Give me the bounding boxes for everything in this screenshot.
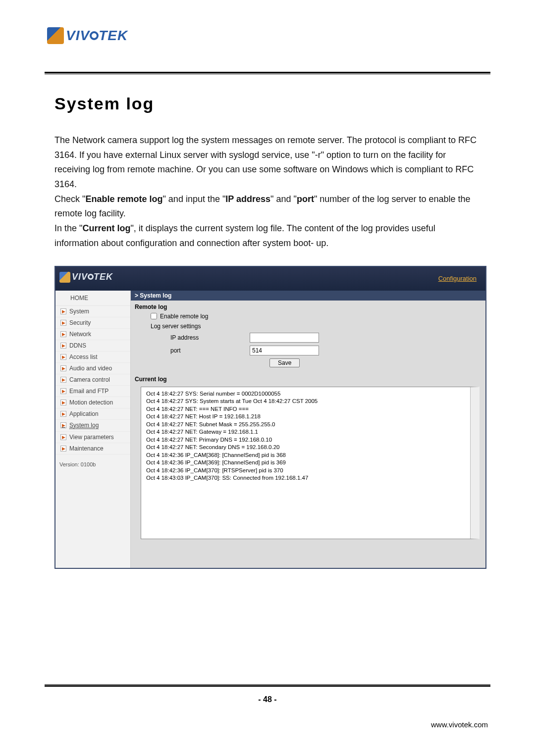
logo-mark-icon [47, 27, 64, 44]
paragraph-2: Check "Enable remote log" and input the … [54, 192, 481, 221]
log-line: Oct 4 18:42:27 NET: Host IP = 192.168.1.… [146, 413, 466, 421]
remote-log-heading: Remote log [131, 301, 485, 311]
sidebar-item-camera-control[interactable]: ▶Camera control [55, 374, 130, 386]
enable-remote-row: Enable remote log [151, 311, 485, 321]
ip-address-row: IP address [151, 331, 485, 344]
ip-address-input[interactable] [250, 333, 319, 343]
sidebar-item-label: Network [69, 331, 91, 338]
log-line: Oct 4 18:42:27 NET: Gateway = 192.168.1.… [146, 428, 466, 436]
arrow-icon: ▶ [60, 446, 66, 452]
arrow-icon: ▶ [60, 434, 66, 440]
inner-logo-mark-icon [59, 272, 70, 283]
log-server-settings-label: Log server settings [151, 323, 201, 330]
sidebar-item-label: Audio and video [69, 365, 112, 372]
arrow-icon: ▶ [60, 377, 66, 383]
top-rule [45, 72, 490, 74]
p3-a: In the " [54, 223, 82, 233]
port-row: port [151, 344, 485, 357]
main-panel: > System log Remote log Enable remote lo… [131, 291, 485, 568]
sidebar-item-maintenance[interactable]: ▶Maintenance [55, 443, 130, 454]
page-logo: VIVTEK [47, 27, 128, 44]
log-line: Oct 4 18:42:27 NET: Subnet Mask = 255.25… [146, 421, 466, 429]
log-textarea[interactable]: Oct 4 18:42:27 SYS: Serial number = 0002… [141, 387, 480, 539]
arrow-icon: ▶ [60, 354, 66, 360]
sidebar-item-ddns[interactable]: ▶DDNS [55, 340, 130, 352]
sidebar-version: Version: 0100b [55, 454, 130, 467]
arrow-icon: ▶ [60, 343, 66, 349]
log-line: Oct 4 18:43:03 IP_CAM[370]: SS: Connecte… [146, 474, 466, 482]
port-label: port [151, 347, 250, 354]
sidebar-item-label: Motion detection [69, 399, 113, 406]
section-title: > System log [131, 291, 485, 301]
sidebar-item-label: System [69, 308, 89, 315]
page-number: - 48 - [0, 695, 535, 704]
arrow-icon: ▶ [60, 422, 66, 428]
sidebar-item-network[interactable]: ▶Network [55, 329, 130, 340]
page-heading: System log [54, 94, 481, 113]
arrow-icon: ▶ [60, 320, 66, 326]
bottom-rule [45, 684, 490, 687]
configuration-link[interactable]: Configuration [438, 275, 477, 282]
paragraph-1: The Network camera support log the syste… [54, 133, 481, 192]
sidebar-item-access-list[interactable]: ▶Access list [55, 352, 130, 363]
log-line: Oct 4 18:42:27 SYS: System starts at Tue… [146, 398, 466, 405]
port-input[interactable] [250, 346, 319, 355]
p2-a: Check " [54, 194, 85, 204]
log-line: Oct 4 18:42:27 SYS: Serial number = 0002… [146, 390, 466, 398]
log-line: Oct 4 18:42:36 IP_CAM[369]: [ChannelSend… [146, 459, 466, 467]
arrow-icon: ▶ [60, 308, 66, 314]
sidebar-item-label: System log [69, 422, 99, 429]
inner-logo-text: VIVTEK [72, 272, 113, 282]
sidebar-item-label: DDNS [69, 342, 86, 349]
sidebar-item-label: Email and FTP [69, 388, 108, 395]
sidebar-item-label: Security [69, 319, 91, 326]
sidebar-item-audio-video[interactable]: ▶Audio and video [55, 363, 130, 374]
log-server-settings-row: Log server settings [151, 321, 485, 331]
arrow-icon: ▶ [60, 331, 66, 337]
sidebar-item-system-log[interactable]: ▶System log [55, 420, 130, 432]
inner-logo: VIVTEK [59, 272, 113, 283]
shot-header: VIVTEK Configuration [55, 267, 485, 291]
log-line: Oct 4 18:42:27 NET: Secondary DNS = 192.… [146, 444, 466, 452]
enable-remote-checkbox[interactable] [151, 313, 157, 319]
sidebar-item-label: Access list [69, 353, 98, 360]
log-line: Oct 4 18:42:36 IP_CAM[368]: [ChannelSend… [146, 452, 466, 459]
p3-bold1: Current log [82, 223, 130, 233]
sidebar-item-application[interactable]: ▶Application [55, 408, 130, 420]
p2-c: " and " [270, 194, 297, 204]
arrow-icon: ▶ [60, 365, 66, 371]
save-button[interactable]: Save [269, 358, 300, 367]
footer-url: www.vivotek.com [431, 720, 488, 729]
sidebar-item-label: Camera control [69, 376, 110, 383]
config-screenshot: VIVTEK Configuration HOME ▶System ▶Secur… [54, 266, 486, 569]
enable-remote-label: Enable remote log [160, 313, 208, 320]
sidebar-item-email-ftp[interactable]: ▶Email and FTP [55, 386, 130, 397]
arrow-icon: ▶ [60, 388, 66, 394]
arrow-icon: ▶ [60, 411, 66, 417]
sidebar-home[interactable]: HOME [55, 291, 130, 306]
sidebar-item-view-parameters[interactable]: ▶View parameters [55, 432, 130, 443]
save-row: Save [151, 357, 485, 369]
arrow-icon: ▶ [60, 400, 66, 405]
logo-text: VIVTEK [66, 28, 128, 44]
sidebar-item-label: Maintenance [69, 445, 104, 452]
p2-bold1: Enable remote log [85, 194, 162, 204]
sidebar-item-security[interactable]: ▶Security [55, 317, 130, 329]
p2-bold3: port [297, 194, 314, 204]
log-line: Oct 4 18:42:36 IP_CAM[370]: [RTSPServer]… [146, 467, 466, 475]
sidebar-item-label: View parameters [69, 434, 114, 441]
log-line: Oct 4 18:42:27 NET: Primary DNS = 192.16… [146, 436, 466, 444]
sidebar-item-label: Application [69, 410, 99, 417]
sidebar-item-motion-detection[interactable]: ▶Motion detection [55, 397, 130, 408]
sidebar-item-system[interactable]: ▶System [55, 306, 130, 317]
paragraph-3: In the "Current log", it displays the cu… [54, 221, 481, 251]
current-log-heading: Current log [131, 373, 485, 384]
p2-bold2: IP address [225, 194, 270, 204]
sidebar: HOME ▶System ▶Security ▶Network ▶DDNS ▶A… [55, 291, 131, 568]
ip-address-label: IP address [151, 334, 250, 341]
log-line: Oct 4 18:42:27 NET: === NET INFO === [146, 405, 466, 413]
p2-b: " and input the " [162, 194, 225, 204]
